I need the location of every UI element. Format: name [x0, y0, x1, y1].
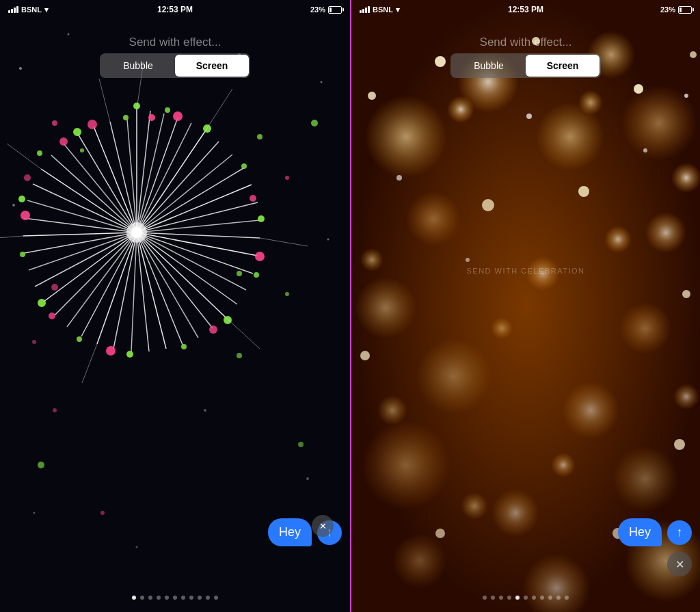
right-message-bubble: Hey — [618, 518, 662, 546]
svg-point-135 — [435, 56, 446, 67]
left-message-bubble: Hey — [268, 518, 312, 546]
svg-point-46 — [165, 107, 170, 113]
dot-0 — [132, 596, 136, 600]
svg-point-102 — [204, 409, 206, 412]
right-signal-bars — [360, 6, 370, 13]
right-dot-3 — [507, 596, 511, 600]
svg-point-49 — [258, 215, 265, 222]
svg-point-51 — [224, 316, 232, 324]
wifi-icon: ▾ — [44, 5, 49, 14]
svg-point-99 — [321, 81, 323, 83]
svg-point-137 — [634, 84, 643, 94]
svg-point-64 — [209, 325, 217, 334]
svg-point-59 — [73, 128, 81, 136]
right-dot-4 — [515, 596, 520, 600]
svg-point-107 — [365, 96, 447, 178]
svg-point-140 — [578, 186, 589, 197]
right-time: 12:53 PM — [508, 5, 543, 14]
svg-point-84 — [237, 271, 242, 276]
left-battery: 23% — [310, 5, 342, 14]
dot-9 — [206, 596, 210, 600]
dot-6 — [181, 596, 185, 600]
dot-1 — [140, 596, 144, 600]
left-carrier: BSNL — [21, 5, 42, 14]
right-dot-8 — [548, 596, 552, 600]
right-send-button[interactable]: ↑ — [667, 520, 692, 545]
svg-point-87 — [32, 340, 36, 344]
right-cancel-button[interactable]: ✕ — [667, 552, 692, 576]
right-dot-7 — [540, 596, 544, 600]
svg-point-82 — [298, 442, 304, 447]
svg-point-133 — [551, 453, 576, 477]
svg-point-60 — [123, 115, 129, 120]
svg-point-63 — [255, 252, 265, 261]
svg-point-130 — [491, 317, 513, 339]
svg-point-145 — [435, 529, 445, 538]
left-time: 12:53 PM — [157, 5, 193, 14]
right-dot-0 — [483, 596, 487, 600]
svg-point-150 — [684, 94, 688, 98]
svg-point-105 — [136, 546, 138, 548]
svg-point-68 — [59, 137, 68, 146]
right-dot-2 — [499, 596, 503, 600]
svg-point-139 — [368, 92, 376, 100]
svg-point-62 — [250, 195, 256, 202]
right-dot-1 — [491, 596, 495, 600]
svg-point-96 — [19, 67, 22, 70]
svg-point-116 — [619, 302, 671, 354]
right-wifi-icon: ▾ — [396, 5, 400, 14]
svg-point-78 — [311, 120, 318, 127]
right-screen-tab[interactable]: Screen — [526, 55, 600, 77]
left-effect-title: Send with effect... — [0, 36, 350, 49]
right-bubble-tab[interactable]: Bubble — [452, 55, 526, 77]
svg-point-144 — [674, 439, 685, 450]
svg-point-131 — [673, 384, 699, 410]
svg-point-86 — [51, 284, 58, 291]
svg-point-50 — [254, 272, 259, 278]
svg-point-53 — [126, 351, 133, 358]
svg-point-101 — [327, 239, 329, 241]
svg-point-83 — [100, 511, 105, 515]
svg-point-117 — [416, 338, 492, 414]
left-bubble-tab[interactable]: Bubble — [101, 55, 175, 77]
right-dot-9 — [556, 596, 561, 600]
svg-point-149 — [396, 175, 402, 181]
right-carrier-signal: BSNL ▾ — [360, 5, 400, 14]
right-battery-icon — [678, 6, 692, 14]
svg-point-76 — [257, 134, 262, 139]
svg-point-54 — [77, 336, 82, 342]
right-dot-5 — [524, 596, 528, 600]
dot-3 — [157, 596, 161, 600]
svg-point-143 — [482, 199, 494, 211]
svg-point-100 — [12, 204, 15, 207]
svg-point-111 — [406, 191, 461, 246]
svg-point-81 — [38, 462, 44, 468]
dot-8 — [198, 596, 202, 600]
svg-point-61 — [173, 111, 183, 121]
svg-point-103 — [33, 512, 36, 514]
left-screen-tab[interactable]: Screen — [175, 55, 249, 77]
svg-point-114 — [355, 277, 416, 338]
right-page-dots — [351, 596, 700, 600]
svg-point-127 — [671, 163, 700, 193]
svg-point-151 — [466, 258, 470, 262]
svg-point-57 — [18, 196, 25, 202]
svg-point-70 — [88, 120, 97, 129]
svg-point-48 — [241, 163, 247, 169]
dot-5 — [173, 596, 177, 600]
svg-point-121 — [492, 489, 539, 537]
svg-point-120 — [612, 446, 678, 511]
battery-icon — [328, 6, 342, 14]
left-cancel-button[interactable]: ✕ — [312, 515, 334, 537]
dot-2 — [148, 596, 152, 600]
svg-point-69 — [148, 114, 155, 121]
svg-point-141 — [682, 290, 690, 298]
svg-point-129 — [604, 226, 632, 253]
right-dot-6 — [532, 596, 536, 600]
svg-point-56 — [20, 252, 25, 257]
svg-point-79 — [237, 353, 242, 358]
svg-point-58 — [37, 150, 42, 156]
svg-point-72 — [131, 227, 142, 238]
svg-point-66 — [49, 312, 55, 319]
svg-point-126 — [578, 90, 603, 115]
